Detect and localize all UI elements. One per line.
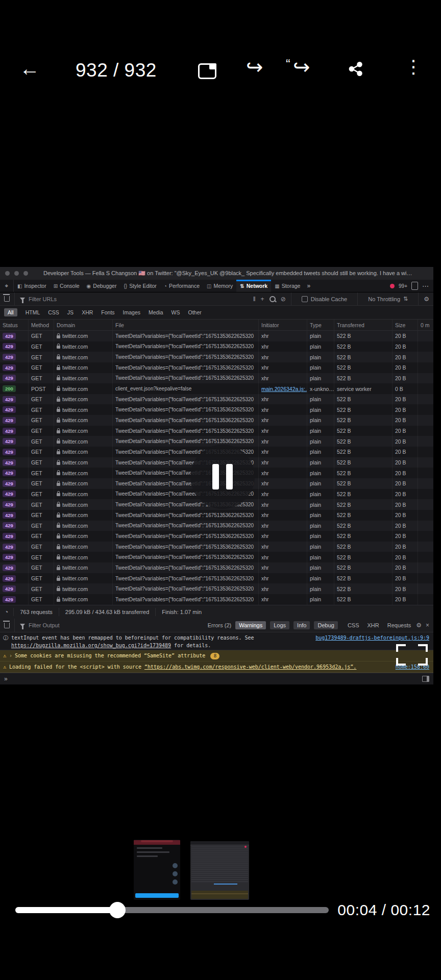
expand-twisty-icon[interactable]: › (9, 652, 12, 659)
initiator-text: xhr (261, 470, 269, 476)
column-transferred[interactable]: Transferred (334, 320, 393, 330)
type-filter-fonts[interactable]: Fonts (101, 309, 114, 315)
fullscreen-icon[interactable] (396, 644, 428, 666)
disable-cache-checkbox[interactable] (302, 296, 308, 302)
request-row[interactable]: 429GETtwitter.comTweetDetail?variables={… (0, 404, 433, 415)
type-filter-js[interactable]: JS (67, 309, 74, 315)
initiator-text: xhr (261, 417, 269, 423)
file-cell: TweetDetail?variables={"focalTweetId":"1… (113, 341, 259, 352)
column-initiator[interactable]: Initiator (259, 320, 307, 330)
initiator-cell[interactable]: main.2026342a.js:… (259, 383, 307, 394)
message-source-link[interactable]: bug1739489-draftjs-beforeinput.js:9:9 (315, 634, 429, 642)
throttling-select[interactable]: No Throttling ⇅ (363, 292, 413, 305)
console-filter-css[interactable]: CSS (347, 622, 360, 628)
message-link[interactable]: “https://abs.twimg.com/responsive-web/cl… (144, 664, 356, 670)
redirect-arrow-icon[interactable]: ↪ (246, 55, 263, 79)
seek-handle[interactable] (109, 902, 126, 918)
tab-style-editor[interactable]: {}Style Editor (120, 280, 160, 292)
seek-bar[interactable] (15, 907, 329, 913)
column-waterfall[interactable]: 0 m (418, 320, 433, 330)
request-row[interactable]: 429GETtwitter.comTweetDetail?variables={… (0, 394, 433, 405)
column-size[interactable]: Size (393, 320, 418, 330)
request-row[interactable]: 429GETtwitter.comTweetDetail?variables={… (0, 573, 433, 584)
console-filter-info[interactable]: Info (293, 621, 310, 629)
filter-urls-input[interactable]: Filter URLs (29, 296, 57, 302)
close-console-icon[interactable]: × (426, 622, 429, 629)
tab-memory[interactable]: ◫Memory (203, 280, 236, 292)
request-row[interactable]: 429GETtwitter.comTweetDetail?variables={… (0, 521, 433, 531)
type-filter-other[interactable]: Other (188, 309, 202, 315)
responsive-design-icon[interactable] (411, 282, 418, 290)
filmstrip-thumbnail-2[interactable] (190, 841, 249, 900)
split-console-icon[interactable] (422, 676, 429, 682)
console-filter-warnings[interactable]: Warnings (235, 621, 266, 629)
status-cell: 429 (0, 352, 29, 362)
request-row[interactable]: 429GETtwitter.comTweetDetail?variables={… (0, 362, 433, 373)
request-row[interactable]: 429GETtwitter.comTweetDetail?variables={… (0, 562, 433, 573)
request-row[interactable]: 200POSTtwitter.comclient_event.json?keep… (0, 383, 433, 394)
type-filter-ws[interactable]: WS (172, 309, 180, 315)
console-filter-xhr[interactable]: XHR (366, 622, 380, 628)
tab-storage[interactable]: ▦Storage (271, 280, 304, 292)
tab-network[interactable]: ⇅Network (236, 280, 271, 292)
tab-label: Network (247, 283, 267, 289)
message-link[interactable]: https://bugzilla.mozilla.org/show_bug.cg… (11, 643, 171, 648)
block-icon[interactable]: ⊘ (281, 296, 286, 303)
type-filter-all[interactable]: All (4, 308, 17, 316)
tab-overflow-icon[interactable]: » (304, 280, 313, 292)
request-row[interactable]: 429GETtwitter.comTweetDetail?variables={… (0, 510, 433, 521)
request-row[interactable]: 429GETtwitter.comTweetDetail?variables={… (0, 426, 433, 436)
pause-button[interactable] (190, 445, 255, 509)
add-icon[interactable]: + (261, 296, 264, 303)
tab-inspector[interactable]: ◧Inspector (14, 280, 50, 292)
error-count-badge[interactable]: 99+ (399, 283, 407, 289)
console-message-warning-cookies[interactable]: ⚠ › Some cookies are misusing the recomm… (0, 650, 433, 662)
console-filter-logs[interactable]: Logs (270, 621, 289, 629)
filmstrip-thumbnail-1[interactable] (134, 840, 180, 900)
tab-performance[interactable]: ◔Performance (160, 280, 203, 292)
quote-forward-icon[interactable]: “↪ (293, 55, 310, 79)
clear-requests-icon[interactable] (4, 296, 10, 302)
lock-icon (57, 599, 60, 602)
request-row[interactable]: 429GETtwitter.comTweetDetail?variables={… (0, 331, 433, 341)
tab-debugger[interactable]: ◉Debugger (83, 280, 120, 292)
search-icon[interactable] (270, 296, 276, 302)
request-row[interactable]: 429GETtwitter.comTweetDetail?variables={… (0, 415, 433, 426)
more-options-icon[interactable]: ⋮ (404, 56, 424, 78)
console-filter-errors-2[interactable]: Errors (2) (208, 622, 231, 628)
filter-output-input[interactable]: Filter Output (29, 622, 60, 628)
devtools-menu-icon[interactable]: ⋯ (422, 282, 429, 290)
request-row[interactable]: 429GETtwitter.comTweetDetail?variables={… (0, 594, 433, 605)
back-icon[interactable]: ← (19, 57, 40, 80)
console-filter-debug[interactable]: Debug (314, 621, 337, 629)
type-filter-css[interactable]: CSS (48, 309, 59, 315)
column-domain[interactable]: Domain (54, 320, 113, 330)
type-filter-xhr[interactable]: XHR (82, 309, 93, 315)
share-icon[interactable] (348, 61, 363, 79)
initiator-text[interactable]: main.2026342a.js:… (261, 386, 307, 392)
picture-in-picture-icon[interactable] (198, 63, 216, 79)
request-row[interactable]: 429GETtwitter.comTweetDetail?variables={… (0, 531, 433, 542)
type-filter-html[interactable]: HTML (26, 309, 40, 315)
tab-console[interactable]: ⊞Console (50, 280, 83, 292)
console-settings-gear-icon[interactable]: ⚙ (416, 622, 422, 629)
pick-element-icon[interactable]: ⌖ (0, 280, 14, 292)
console-input-row[interactable]: » (0, 673, 433, 684)
column-status[interactable]: Status (0, 320, 29, 330)
request-row[interactable]: 429GETtwitter.comTweetDetail?variables={… (0, 373, 433, 384)
clear-console-icon[interactable] (4, 623, 10, 628)
type-filter-images[interactable]: Images (123, 309, 140, 315)
column-type[interactable]: Type (307, 320, 334, 330)
network-settings-gear-icon[interactable]: ⚙ (424, 296, 429, 303)
request-row[interactable]: 429GETtwitter.comTweetDetail?variables={… (0, 552, 433, 562)
request-row[interactable]: 429GETtwitter.comTweetDetail?variables={… (0, 542, 433, 552)
column-method[interactable]: Method (29, 320, 54, 330)
console-filter-requests[interactable]: Requests (386, 622, 412, 628)
column-file[interactable]: File (113, 320, 259, 330)
request-row[interactable]: 429GETtwitter.comTweetDetail?variables={… (0, 341, 433, 352)
type-filter-media[interactable]: Media (149, 309, 163, 315)
pause-traffic-icon[interactable]: ‖ (253, 296, 256, 303)
request-row[interactable]: 429GETtwitter.comTweetDetail?variables={… (0, 583, 433, 594)
request-row[interactable]: 429GETtwitter.comTweetDetail?variables={… (0, 352, 433, 362)
transferred-cell: 522 B (334, 373, 393, 384)
